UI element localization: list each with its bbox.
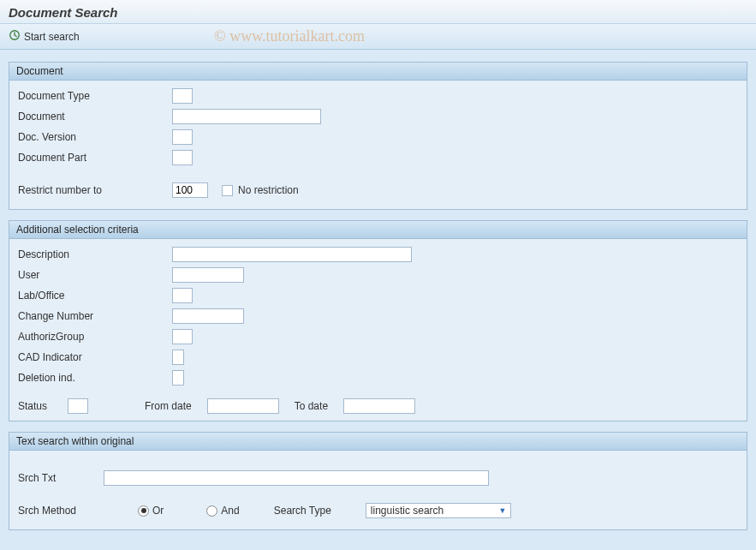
doc-type-input[interactable] (172, 88, 193, 104)
doc-version-label: Doc. Version (18, 131, 172, 143)
from-date-input[interactable] (207, 398, 279, 414)
change-input[interactable] (172, 308, 244, 324)
authgrp-input[interactable] (172, 329, 193, 344)
content-area: Document Document Type Document Doc. Ver… (0, 50, 756, 549)
to-date-label: To date (295, 400, 328, 412)
description-label: Description (18, 248, 172, 260)
restrict-label: Restrict number to (18, 184, 172, 196)
description-input[interactable] (172, 247, 412, 262)
search-type-value: linguistic search (371, 505, 443, 517)
to-date-input[interactable] (343, 398, 415, 414)
chevron-down-icon: ▼ (497, 505, 509, 516)
group-additional: Additional selection criteria Descriptio… (9, 220, 747, 421)
execute-icon (9, 29, 21, 44)
change-label: Change Number (18, 310, 172, 322)
start-search-label: Start search (24, 31, 80, 43)
radio-and-label: And (221, 505, 239, 517)
radio-and[interactable]: And (206, 505, 239, 517)
from-date-label: From date (145, 400, 192, 412)
srch-txt-input[interactable] (104, 470, 489, 486)
radio-or-dot (138, 505, 149, 517)
status-input[interactable] (68, 398, 88, 414)
delind-label: Deletion ind. (18, 372, 172, 384)
srch-txt-label: Srch Txt (18, 472, 104, 484)
radio-or-label: Or (152, 505, 164, 517)
group-additional-header: Additional selection criteria (9, 221, 747, 239)
authgrp-label: AuthorizGroup (18, 331, 172, 343)
document-label: Document (18, 111, 172, 123)
doc-version-input[interactable] (172, 129, 193, 145)
group-document: Document Document Type Document Doc. Ver… (9, 62, 747, 210)
watermark: © www.tutorialkart.com (214, 27, 365, 45)
user-label: User (18, 269, 172, 281)
doc-part-input[interactable] (172, 150, 193, 165)
restrict-input[interactable] (172, 182, 208, 198)
cad-label: CAD Indicator (18, 351, 172, 363)
doc-part-label: Document Part (18, 152, 172, 164)
search-type-label: Search Type (274, 505, 331, 517)
group-document-header: Document (9, 63, 747, 81)
status-label: Status (18, 400, 52, 412)
srch-method-label: Srch Method (18, 505, 104, 517)
no-restriction-checkbox[interactable] (222, 185, 233, 196)
radio-and-dot (206, 505, 217, 517)
lab-input[interactable] (172, 288, 193, 303)
cad-input[interactable] (172, 350, 184, 365)
toolbar: Start search © www.tutorialkart.com (0, 24, 756, 50)
group-textsearch-header: Text search within original (9, 433, 747, 451)
group-textsearch: Text search within original Srch Txt Src… (9, 432, 747, 530)
no-restriction-label: No restriction (238, 184, 299, 196)
start-search-button[interactable]: Start search (9, 29, 80, 44)
doc-type-label: Document Type (18, 90, 172, 102)
delind-input[interactable] (172, 370, 184, 386)
lab-label: Lab/Office (18, 290, 172, 302)
user-input[interactable] (172, 267, 244, 283)
radio-or[interactable]: Or (138, 505, 164, 517)
page-title: Document Search (9, 5, 747, 20)
app-header: Document Search (0, 0, 756, 24)
document-input[interactable] (172, 109, 321, 124)
search-type-select[interactable]: linguistic search ▼ (366, 503, 511, 518)
